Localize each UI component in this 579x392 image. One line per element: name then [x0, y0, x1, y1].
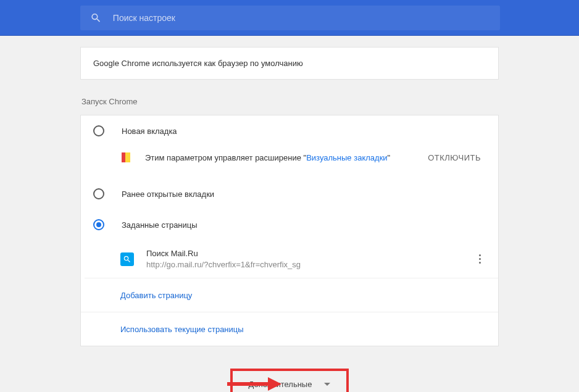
extension-notice-text: Этим параметром управляет расширение "Ви…	[145, 153, 428, 162]
advanced-button[interactable]: Дополнительные	[230, 369, 349, 392]
page-entry: Поиск Mail.Ru http://go.mail.ru/?chverfi…	[85, 240, 498, 278]
radio-option-specific[interactable]: Заданные страницы	[81, 209, 498, 240]
radio-option-continue[interactable]: Ранее открытые вкладки	[81, 178, 498, 209]
extension-notice: Этим параметром управляет расширение "Ви…	[81, 146, 498, 178]
search-icon	[90, 12, 102, 24]
main-content: Google Chrome используется как браузер п…	[0, 47, 579, 392]
add-page-link[interactable]: Добавить страницу	[81, 278, 498, 312]
search-input[interactable]	[113, 13, 490, 23]
startup-card: Новая вкладка Этим параметром управляет …	[80, 115, 499, 346]
disable-button[interactable]: ОТКЛЮЧИТЬ	[428, 153, 481, 162]
radio-icon[interactable]	[93, 125, 104, 136]
extension-link[interactable]: Визуальные закладки	[306, 153, 387, 162]
radio-icon[interactable]	[93, 188, 104, 199]
chevron-down-icon	[324, 382, 330, 388]
radio-label: Заданные страницы	[122, 220, 198, 230]
startup-section-title: Запуск Chrome	[81, 97, 499, 106]
default-browser-card: Google Chrome используется как браузер п…	[80, 47, 499, 80]
radio-label: Ранее открытые вкладки	[122, 190, 214, 199]
search-bar[interactable]	[80, 6, 500, 30]
radio-option-new-tab[interactable]: Новая вкладка	[81, 115, 498, 146]
header	[0, 0, 579, 36]
page-url: http://go.mail.ru/?chverfix=1&fr=chverfi…	[146, 260, 474, 269]
radio-label: Новая вкладка	[122, 127, 177, 136]
extension-icon	[122, 151, 134, 164]
use-current-link[interactable]: Использовать текущие страницы	[81, 312, 498, 346]
advanced-row: Дополнительные	[80, 369, 499, 392]
radio-icon[interactable]	[93, 219, 104, 230]
page-title: Поиск Mail.Ru	[146, 249, 474, 258]
page-text: Поиск Mail.Ru http://go.mail.ru/?chverfi…	[146, 249, 474, 269]
page-favicon	[120, 252, 134, 266]
default-browser-text: Google Chrome используется как браузер п…	[93, 59, 303, 68]
more-icon[interactable]	[474, 250, 486, 268]
